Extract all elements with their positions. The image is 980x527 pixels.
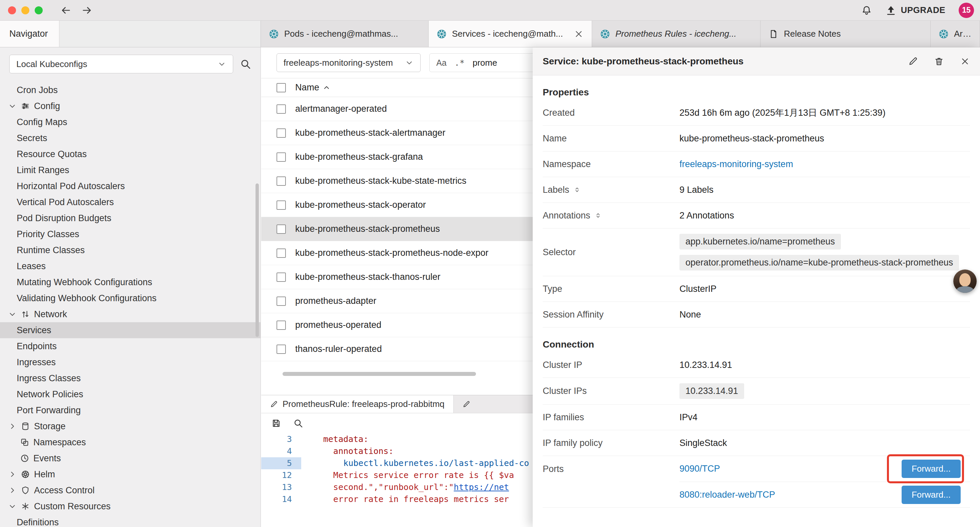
- sidebar-item-label: Network Policies: [17, 389, 83, 400]
- match-case-toggle[interactable]: Aa: [436, 58, 447, 68]
- detail-value: kube-prometheus-stack-prometheus: [679, 134, 824, 144]
- row-checkbox[interactable]: [277, 201, 286, 210]
- dock-tab-prometheusrule-freeleaps-prod-rabbitmq[interactable]: PrometheusRule: freeleaps-prod-rabbitmq: [261, 395, 453, 413]
- sort-updown-icon[interactable]: [594, 212, 602, 219]
- sidebar-scrollbar-thumb[interactable]: [256, 183, 259, 337]
- sidebar-item-label: Mutating Webhook Configurations: [17, 277, 152, 288]
- sidebar-item-custom-resources[interactable]: Custom Resources: [0, 498, 261, 514]
- detail-label-text: Namespace: [543, 159, 591, 169]
- sidebar-item-port-forwarding[interactable]: Port Forwarding: [0, 402, 261, 418]
- window-close-button[interactable]: [8, 6, 16, 14]
- detail-row-session-affinity: Session AffinityNone: [543, 302, 970, 328]
- notification-count-badge[interactable]: 15: [959, 3, 974, 18]
- row-name: kube-prometheus-stack-alertmanager: [295, 128, 445, 138]
- port-link[interactable]: 8080:reloader-web/TCP: [679, 490, 775, 500]
- forward-button[interactable]: Forward...: [902, 486, 961, 504]
- sidebar-item-label: Namespaces: [33, 437, 86, 447]
- sidebar-item-events[interactable]: Events: [0, 450, 261, 466]
- sidebar-item-validating-webhook-configurations[interactable]: Validating Webhook Configurations: [0, 290, 261, 306]
- sidebar-item-helm[interactable]: Helm: [0, 466, 261, 482]
- name-column-header[interactable]: Name: [295, 83, 331, 93]
- detail-label: Annotations: [543, 210, 679, 221]
- forward-button[interactable]: Forward...: [902, 460, 961, 478]
- edit-icon[interactable]: [908, 56, 918, 66]
- sidebar-item-resource-quotas[interactable]: Resource Quotas: [0, 146, 261, 162]
- tab-close-icon[interactable]: [574, 29, 584, 39]
- search-input[interactable]: prome: [473, 58, 497, 68]
- sidebar-item-services[interactable]: Services: [0, 322, 261, 338]
- sidebar-item-label: Helm: [34, 469, 55, 480]
- detail-row-ip-family-policy: IP family policySingleStack: [543, 430, 970, 456]
- sidebar-item-definitions[interactable]: Definitions: [0, 514, 261, 527]
- row-checkbox[interactable]: [277, 104, 286, 114]
- sort-updown-icon[interactable]: [573, 186, 581, 193]
- sidebar-item-secrets[interactable]: Secrets: [0, 130, 261, 146]
- sidebar-item-priority-classes[interactable]: Priority Classes: [0, 226, 261, 242]
- sidebar-item-storage[interactable]: Storage: [0, 418, 261, 434]
- sidebar-item-config[interactable]: Config: [0, 98, 261, 114]
- sidebar-item-network[interactable]: Network: [0, 306, 261, 322]
- sidebar-item-ingress-classes[interactable]: Ingress Classes: [0, 370, 261, 386]
- tab-argo-se[interactable]: Argo Se...: [931, 21, 980, 47]
- port-link[interactable]: 9090/TCP: [679, 463, 720, 474]
- row-checkbox[interactable]: [277, 320, 286, 330]
- row-checkbox[interactable]: [277, 296, 286, 306]
- notifications-bell-icon[interactable]: [861, 5, 872, 16]
- row-checkbox[interactable]: [277, 177, 286, 186]
- row-checkbox[interactable]: [277, 153, 286, 162]
- upgrade-button[interactable]: UPGRADE: [885, 5, 945, 16]
- sidebar-item-cron-jobs[interactable]: Cron Jobs: [0, 82, 261, 98]
- row-name: kube-prometheus-stack-kube-state-metrics: [295, 176, 466, 186]
- sidebar-item-namespaces[interactable]: Namespaces: [0, 434, 261, 450]
- history-back-button[interactable]: [60, 5, 72, 16]
- sidebar-item-limit-ranges[interactable]: Limit Ranges: [0, 162, 261, 178]
- sidebar-item-runtime-classes[interactable]: Runtime Classes: [0, 242, 261, 258]
- close-drawer-icon[interactable]: [960, 56, 970, 66]
- detail-label: Created: [543, 108, 679, 118]
- delete-icon[interactable]: [934, 56, 944, 66]
- sidebar-item-pod-disruption-budgets[interactable]: Pod Disruption Budgets: [0, 210, 261, 226]
- user-avatar[interactable]: [953, 269, 977, 293]
- tab-release-notes[interactable]: Release Notes: [760, 21, 931, 47]
- sidebar-item-access-control[interactable]: Access Control: [0, 482, 261, 498]
- row-checkbox[interactable]: [277, 345, 286, 354]
- window-zoom-button[interactable]: [35, 6, 43, 14]
- service-details-drawer: Service: kube-prometheus-stack-prometheu…: [533, 47, 980, 527]
- row-checkbox[interactable]: [277, 224, 286, 234]
- tab-pods-icecheng-mathmas[interactable]: Pods - icecheng@mathmas...: [261, 21, 429, 47]
- row-checkbox[interactable]: [277, 128, 286, 138]
- chevron-down-icon: [405, 58, 414, 67]
- regex-toggle[interactable]: .*: [455, 58, 465, 68]
- window-minimize-button[interactable]: [21, 6, 29, 14]
- row-name: kube-prometheus-stack-grafana: [295, 152, 423, 162]
- editor-search-icon[interactable]: [293, 418, 303, 428]
- navigator-panel-tab[interactable]: Navigator: [0, 21, 59, 47]
- tab-prometheus-rules-icecheng[interactable]: Prometheus Rules - icecheng...: [592, 21, 760, 47]
- dock-tab-partial[interactable]: [453, 395, 500, 413]
- sidebar-item-config-maps[interactable]: Config Maps: [0, 114, 261, 130]
- save-icon[interactable]: [271, 418, 281, 428]
- select-all-checkbox[interactable]: [277, 83, 286, 92]
- sidebar-item-mutating-webhook-configurations[interactable]: Mutating Webhook Configurations: [0, 274, 261, 290]
- sidebar-search-icon[interactable]: [240, 58, 251, 70]
- sidebar-item-ingresses[interactable]: Ingresses: [0, 354, 261, 370]
- line-number: 4: [261, 445, 301, 457]
- scrollbar-thumb[interactable]: [283, 372, 476, 376]
- sidebar-item-network-policies[interactable]: Network Policies: [0, 386, 261, 402]
- tab-services-icecheng-math[interactable]: Services - icecheng@math...: [429, 21, 592, 47]
- row-checkbox[interactable]: [277, 248, 286, 258]
- row-checkbox[interactable]: [277, 272, 286, 282]
- detail-value: 9 Labels: [679, 185, 713, 195]
- sidebar-item-leases[interactable]: Leases: [0, 258, 261, 274]
- sidebar-item-label: Endpoints: [17, 341, 57, 352]
- sidebar-item-label: Limit Ranges: [17, 165, 69, 175]
- history-forward-button[interactable]: [81, 5, 93, 16]
- namespace-select[interactable]: freeleaps-monitoring-system: [277, 53, 421, 72]
- sidebar-item-vertical-pod-autoscalers[interactable]: Vertical Pod Autoscalers: [0, 194, 261, 210]
- line-number: 12: [261, 469, 301, 481]
- kubeconfig-select[interactable]: Local Kubeconfigs: [10, 55, 233, 73]
- sidebar-item-horizontal-pod-autoscalers[interactable]: Horizontal Pod Autoscalers: [0, 178, 261, 194]
- detail-value[interactable]: freeleaps-monitoring-system: [679, 159, 793, 169]
- sidebar-item-label: Validating Webhook Configurations: [17, 293, 156, 304]
- sidebar-item-endpoints[interactable]: Endpoints: [0, 338, 261, 354]
